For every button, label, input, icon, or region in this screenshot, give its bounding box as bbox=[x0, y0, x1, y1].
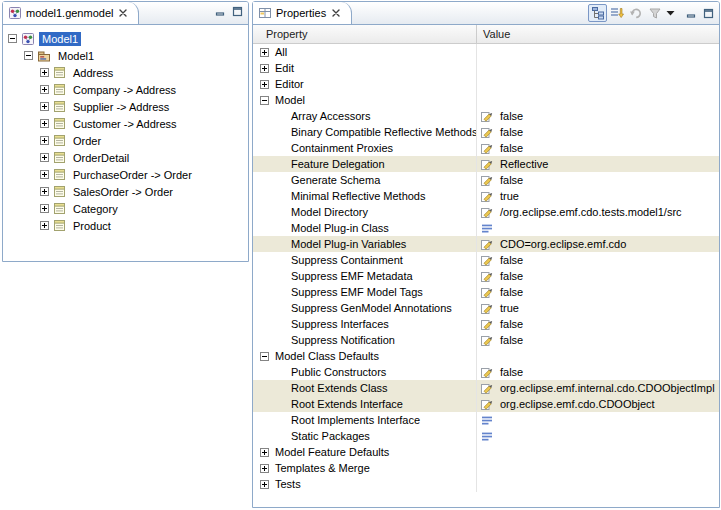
value-cell[interactable]: CDO=org.eclipse.emf.cdo bbox=[477, 236, 719, 252]
property-row[interactable]: Minimal Reflective Methodstrue bbox=[253, 188, 719, 204]
expand-icon[interactable] bbox=[40, 102, 49, 111]
category-row[interactable]: Edit bbox=[253, 60, 719, 76]
property-row[interactable]: Suppress EMF Metadatafalse bbox=[253, 268, 719, 284]
category-row[interactable]: Model Class Defaults bbox=[253, 348, 719, 364]
close-icon[interactable] bbox=[332, 9, 340, 17]
show-advanced-properties-button[interactable] bbox=[607, 4, 626, 22]
value-cell[interactable]: Reflective bbox=[477, 156, 719, 172]
genclass-icon bbox=[53, 134, 66, 147]
property-row[interactable]: Suppress GenModel Annotationstrue bbox=[253, 300, 719, 316]
collapse-icon[interactable] bbox=[260, 96, 269, 105]
maximize-button[interactable] bbox=[230, 4, 245, 19]
collapse-icon[interactable] bbox=[8, 34, 17, 43]
property-row[interactable]: Suppress Containmentfalse bbox=[253, 252, 719, 268]
property-row[interactable]: Root Implements Interface bbox=[253, 412, 719, 428]
category-row[interactable]: Editor bbox=[253, 76, 719, 92]
value-cell[interactable] bbox=[477, 412, 719, 428]
value-cell[interactable]: true bbox=[477, 188, 719, 204]
value-cell[interactable]: false bbox=[477, 252, 719, 268]
value-cell[interactable]: false bbox=[477, 124, 719, 140]
tree-item[interactable]: Product bbox=[3, 217, 248, 234]
property-row[interactable]: Feature DelegationReflective bbox=[253, 156, 719, 172]
tree-item[interactable]: SalesOrder -> Order bbox=[3, 183, 248, 200]
tree-item-label: Product bbox=[70, 219, 114, 233]
expand-icon[interactable] bbox=[260, 64, 269, 73]
tab-model1-genmodel[interactable]: model1.genmodel bbox=[3, 2, 139, 24]
tree-item[interactable]: OrderDetail bbox=[3, 149, 248, 166]
tree-item[interactable]: Model1 bbox=[3, 30, 248, 47]
property-row[interactable]: Root Extends Interfaceorg.eclipse.emf.cd… bbox=[253, 396, 719, 412]
expand-icon[interactable] bbox=[260, 80, 269, 89]
filter-button[interactable] bbox=[645, 4, 664, 22]
tree-item[interactable]: Model1 bbox=[3, 47, 248, 64]
value-cell[interactable]: true bbox=[477, 300, 719, 316]
value-cell[interactable]: org.eclipse.emf.cdo.CDOObject bbox=[477, 396, 719, 412]
value-cell[interactable] bbox=[477, 220, 719, 236]
property-row[interactable]: Suppress EMF Model Tagsfalse bbox=[253, 284, 719, 300]
property-row[interactable]: Generate Schemafalse bbox=[253, 172, 719, 188]
value-cell[interactable]: false bbox=[477, 268, 719, 284]
tab-properties[interactable]: Properties bbox=[253, 2, 352, 24]
value-cell[interactable]: false bbox=[477, 140, 719, 156]
category-row[interactable]: All bbox=[253, 44, 719, 60]
genmodel-editor-view: model1.genmodel Model1Model1AddressCompa… bbox=[2, 1, 249, 262]
expand-icon[interactable] bbox=[260, 480, 269, 489]
category-row[interactable]: Tests bbox=[253, 476, 719, 492]
value-cell[interactable]: false bbox=[477, 332, 719, 348]
value-cell[interactable]: false bbox=[477, 284, 719, 300]
tree-item[interactable]: Category bbox=[3, 200, 248, 217]
property-row[interactable]: Binary Compatible Reflective Methodsfals… bbox=[253, 124, 719, 140]
property-row[interactable]: Suppress Interfacesfalse bbox=[253, 316, 719, 332]
expand-icon[interactable] bbox=[260, 448, 269, 457]
property-row[interactable]: Suppress Notificationfalse bbox=[253, 332, 719, 348]
view-menu-button[interactable] bbox=[664, 4, 677, 22]
expand-icon[interactable] bbox=[40, 136, 49, 145]
tree-item[interactable]: Supplier -> Address bbox=[3, 98, 248, 115]
expand-icon[interactable] bbox=[40, 204, 49, 213]
tree-item[interactable]: Order bbox=[3, 132, 248, 149]
value-cell[interactable] bbox=[477, 428, 719, 444]
tree-item[interactable]: Customer -> Address bbox=[3, 115, 248, 132]
column-header-property[interactable]: Property bbox=[253, 25, 477, 43]
expand-icon[interactable] bbox=[260, 464, 269, 473]
expand-icon[interactable] bbox=[40, 85, 49, 94]
category-row[interactable]: Templates & Merge bbox=[253, 460, 719, 476]
value-cell[interactable]: /org.eclipse.emf.cdo.tests.model1/src bbox=[477, 204, 719, 220]
show-categories-button[interactable] bbox=[588, 4, 607, 22]
expand-icon[interactable] bbox=[40, 187, 49, 196]
expand-icon[interactable] bbox=[40, 119, 49, 128]
value-cell[interactable]: false bbox=[477, 108, 719, 124]
tree-item[interactable]: Company -> Address bbox=[3, 81, 248, 98]
maximize-button[interactable] bbox=[701, 6, 716, 21]
category-row[interactable]: Model bbox=[253, 92, 719, 108]
value-cell[interactable]: false bbox=[477, 316, 719, 332]
property-row[interactable]: Model Directory/org.eclipse.emf.cdo.test… bbox=[253, 204, 719, 220]
expand-icon[interactable] bbox=[260, 48, 269, 57]
tree-item[interactable]: PurchaseOrder -> Order bbox=[3, 166, 248, 183]
restore-default-value-button[interactable] bbox=[626, 4, 645, 22]
property-row[interactable]: Containment Proxiesfalse bbox=[253, 140, 719, 156]
category-row[interactable]: Model Feature Defaults bbox=[253, 444, 719, 460]
property-row[interactable]: Model Plug-in Class bbox=[253, 220, 719, 236]
property-row[interactable]: Model Plug-in VariablesCDO=org.eclipse.e… bbox=[253, 236, 719, 252]
expand-icon[interactable] bbox=[40, 170, 49, 179]
minimize-button[interactable] bbox=[684, 6, 699, 21]
minimize-button[interactable] bbox=[213, 4, 228, 19]
collapse-icon[interactable] bbox=[260, 352, 269, 361]
column-header-value[interactable]: Value bbox=[477, 25, 719, 43]
expand-icon[interactable] bbox=[40, 68, 49, 77]
value-cell[interactable]: false bbox=[477, 172, 719, 188]
expand-icon[interactable] bbox=[40, 153, 49, 162]
expand-icon[interactable] bbox=[40, 221, 49, 230]
properties-titlebar: Properties bbox=[253, 2, 719, 25]
property-row[interactable]: Public Constructorsfalse bbox=[253, 364, 719, 380]
tree-item[interactable]: Address bbox=[3, 64, 248, 81]
close-icon[interactable] bbox=[119, 9, 127, 17]
property-name-cell: Model Plug-in Class bbox=[253, 220, 477, 236]
property-row[interactable]: Array Accessorsfalse bbox=[253, 108, 719, 124]
value-cell[interactable]: org.eclipse.emf.internal.cdo.CDOObjectIm… bbox=[477, 380, 719, 396]
value-cell[interactable]: false bbox=[477, 364, 719, 380]
property-row[interactable]: Root Extends Classorg.eclipse.emf.intern… bbox=[253, 380, 719, 396]
collapse-icon[interactable] bbox=[24, 51, 33, 60]
property-row[interactable]: Static Packages bbox=[253, 428, 719, 444]
